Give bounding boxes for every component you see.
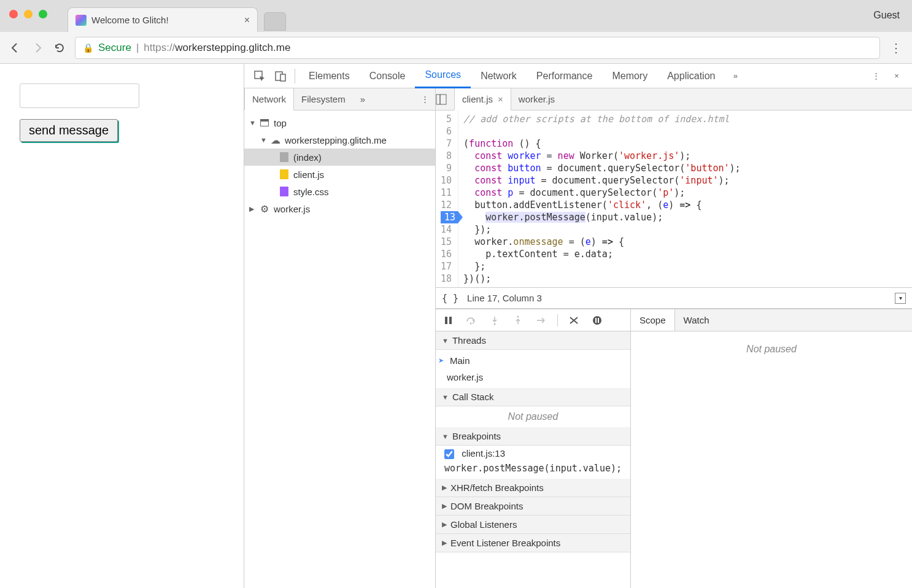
tab-application[interactable]: Application [657,64,725,88]
more-tabs-icon[interactable]: » [725,66,746,87]
svg-rect-12 [598,318,599,323]
cursor-position: Line 17, Column 3 [467,293,542,303]
gear-icon: ⚙ [259,203,270,214]
devtools-tabs: Elements Console Sources Network Perform… [244,64,912,88]
file-tab-workerjs[interactable]: worker.js [511,88,562,110]
window-controls [9,10,47,18]
device-toggle-icon[interactable] [270,66,291,87]
file-tree: ▼ top ▼☁ workerstepping.glitch.me (index… [244,110,435,588]
tree-top[interactable]: ▼ top [244,114,435,131]
file-icon [280,152,288,162]
pretty-print-icon[interactable]: { } [442,293,458,304]
reload-button[interactable] [53,41,66,55]
step-into-icon [487,313,502,328]
svg-point-10 [593,316,601,325]
svg-point-7 [470,322,472,324]
forward-button [31,41,44,55]
close-file-icon[interactable]: × [498,94,503,104]
nav-tab-network[interactable]: Network [244,88,294,110]
pause-icon[interactable] [441,313,455,328]
close-tab-icon[interactable]: × [244,15,250,26]
thread-main[interactable]: Main [436,352,630,369]
profile-label[interactable]: Guest [873,10,900,21]
favicon-icon [75,15,87,26]
step-out-icon [511,313,525,328]
new-tab-button[interactable] [264,12,286,31]
callstack-empty: Not paused [436,406,630,427]
tab-title: Welcome to Glitch! [91,15,239,25]
devtools-close-icon[interactable]: × [886,66,907,87]
step-icon [534,313,549,328]
browser-tab[interactable]: Welcome to Glitch! × [68,7,258,32]
nav-menu-icon[interactable]: ⋮ [415,95,435,104]
svg-rect-2 [280,74,285,81]
coverage-icon[interactable]: ▾ [895,293,906,304]
debug-toolbar [436,309,630,331]
nav-tab-filesystem[interactable]: Filesystem [294,88,353,110]
editor-status-bar: { } Line 17, Column 3 ▾ [436,287,912,308]
svg-point-9 [517,315,519,317]
callstack-header[interactable]: ▼Call Stack [436,388,630,406]
svg-rect-4 [440,95,446,104]
threads-header[interactable]: ▼Threads [436,331,630,350]
url-text: https://workerstepping.glitch.me [144,42,290,54]
file-nav-icon[interactable] [436,94,454,105]
breakpoint-checkbox[interactable] [444,449,454,459]
send-message-button[interactable]: send message [20,119,118,142]
tab-memory[interactable]: Memory [602,64,657,88]
event-listener-header[interactable]: ▶Event Listener Breakpoints [436,534,630,552]
tab-network[interactable]: Network [471,64,527,88]
breakpoint-item[interactable]: client.js:13 [436,446,630,462]
devtools-panel: Elements Console Sources Network Perform… [244,64,912,588]
secure-label: Secure [98,42,131,54]
thread-worker[interactable]: worker.js [436,369,630,385]
sources-navigator: Network Filesystem » ⋮ ▼ top ▼☁ workerst… [244,88,436,588]
tree-file-index[interactable]: (index) [244,149,435,166]
xhr-breakpoints-header[interactable]: ▶XHR/fetch Breakpoints [436,479,630,497]
nav-more-icon[interactable]: » [353,88,373,110]
tree-worker[interactable]: ▶⚙ worker.js [244,200,435,217]
js-file-icon [280,169,288,179]
svg-rect-5 [445,317,447,324]
css-file-icon [280,187,288,196]
tab-performance[interactable]: Performance [527,64,603,88]
svg-rect-3 [436,95,440,104]
lock-icon: 🔒 [83,43,93,53]
page-content: send message [0,64,244,588]
step-over-icon [464,313,479,328]
svg-rect-6 [449,317,452,324]
tab-sources[interactable]: Sources [415,64,471,88]
breakpoints-header[interactable]: ▼Breakpoints [436,427,630,446]
tab-elements[interactable]: Elements [299,64,360,88]
message-input[interactable] [20,83,139,108]
maximize-window-icon[interactable] [39,10,47,18]
tab-console[interactable]: Console [360,64,415,88]
browser-toolbar: 🔒 Secure | https://workerstepping.glitch… [0,32,912,64]
devtools-menu-icon[interactable]: ⋮ [865,66,886,87]
code-editor[interactable]: 56789101112131415161718 // add other scr… [436,110,912,287]
editor-file-tabs: client.js × worker.js [436,88,912,110]
tree-file-clientjs[interactable]: client.js [244,166,435,183]
back-button[interactable] [9,41,22,55]
debugger-pane: ▼Threads Main worker.js ▼Call Stack Not … [436,309,912,588]
tab-scope[interactable]: Scope [631,309,675,331]
svg-point-8 [494,323,496,325]
scope-empty: Not paused [638,339,905,360]
scope-tabs: Scope Watch [631,309,912,331]
address-bar[interactable]: 🔒 Secure | https://workerstepping.glitch… [75,37,880,59]
frame-icon [260,119,269,126]
breakpoint-code: worker.postMessage(input.value); [436,462,630,479]
tree-domain[interactable]: ▼☁ workerstepping.glitch.me [244,131,435,149]
dom-breakpoints-header[interactable]: ▶DOM Breakpoints [436,497,630,516]
close-window-icon[interactable] [9,10,18,18]
global-listeners-header[interactable]: ▶Global Listeners [436,516,630,534]
deactivate-breakpoints-icon[interactable] [566,313,581,328]
browser-menu-icon[interactable]: ⋮ [889,41,903,55]
pause-exceptions-icon[interactable] [590,313,605,328]
tab-watch[interactable]: Watch [675,309,718,331]
inspect-element-icon[interactable] [249,66,270,87]
tree-file-stylecss[interactable]: style.css [244,183,435,200]
minimize-window-icon[interactable] [24,10,33,18]
cloud-icon: ☁ [270,134,281,145]
file-tab-clientjs[interactable]: client.js × [454,88,511,110]
